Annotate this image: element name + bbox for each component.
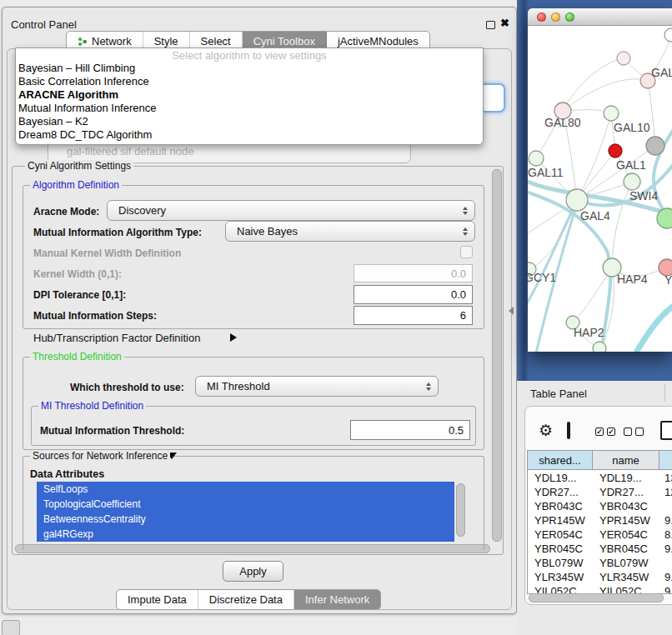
checked-pair-icon[interactable]: ✓ ✓ <box>595 428 615 436</box>
table-row[interactable]: YLR345WYLR345W9. <box>528 570 672 584</box>
algorithm-option[interactable]: Basic Correlation Inference <box>16 75 483 88</box>
table-horizontal-scrollbar[interactable] <box>529 593 664 602</box>
node-label: GAL11 <box>528 166 564 179</box>
node-label: GAL <box>651 66 672 79</box>
apply-button-label: Apply <box>239 565 267 578</box>
tab-impute-data-label: Impute Data <box>128 590 187 609</box>
column-header-partial[interactable] <box>659 451 672 469</box>
algorithm-option[interactable]: Dream8 DC_TDC Algorithm <box>16 128 483 142</box>
node-label: SWI4 <box>629 189 658 202</box>
zoom-traffic-light[interactable] <box>565 12 574 22</box>
tab-infer-network[interactable]: Infer Network <box>294 590 380 609</box>
algorithm-option[interactable]: Bayesian – Hill Climbing <box>16 62 483 75</box>
data-attributes-list: SelfLoops TopologicalCoefficient Between… <box>37 482 454 543</box>
document-icon[interactable] <box>660 421 672 440</box>
tab-discretize-data-label: Discretize Data <box>209 590 283 609</box>
mi-threshold-field[interactable]: 0.5 <box>350 420 470 440</box>
mi-steps-field[interactable]: 6 <box>354 306 473 325</box>
minimize-traffic-light[interactable] <box>551 12 560 22</box>
attribute-item[interactable]: BetweennessCentrality <box>37 512 454 527</box>
node-label: GCY1 <box>528 271 556 284</box>
aracne-mode-label: Aracne Mode: <box>33 206 99 218</box>
mi-algorithm-type-value: Naive Bayes <box>237 225 298 238</box>
attribute-item[interactable]: SelfLoops <box>37 482 454 497</box>
stepper-icon <box>463 207 468 215</box>
node-label: GAL4 <box>580 209 610 222</box>
node-label: HAP4 <box>617 272 648 286</box>
table-row[interactable]: YBL079WYBL079W <box>528 556 672 570</box>
manual-kernel-width-checkbox[interactable] <box>460 246 473 258</box>
algorithm-option[interactable]: Bayesian – K2 <box>16 115 483 128</box>
gear-icon[interactable]: ⚙ <box>539 422 553 438</box>
close-traffic-light[interactable] <box>537 12 546 22</box>
node-table: shared... name YDL19...YDL19...13 YDR27.… <box>527 450 672 594</box>
settings-vertical-scrollbar[interactable] <box>492 169 502 542</box>
algorithm-placeholder: Select algorithm to view settings <box>16 49 483 62</box>
network-node-gal1[interactable] <box>624 173 640 190</box>
unchecked-pair-icon[interactable] <box>624 428 644 436</box>
apply-button[interactable]: Apply <box>223 561 283 582</box>
mi-steps-value: 6 <box>460 309 466 322</box>
mi-threshold-label: Mutual Information Threshold: <box>40 425 184 437</box>
cyni-algorithm-settings-legend: Cyni Algorithm Settings <box>25 160 133 172</box>
table-row[interactable]: YBR043CYBR043C <box>528 499 672 513</box>
table-row[interactable]: YDL19...YDL19...13 <box>528 471 672 485</box>
network-node-red[interactable] <box>609 144 622 158</box>
algorithm-definition-legend: Algorithm Definition <box>30 179 122 191</box>
screen: Control Panel ✖ Network Style Select Cyn… <box>0 0 672 635</box>
aracne-mode-combobox[interactable]: Discovery <box>107 200 475 221</box>
network-node-gray[interactable] <box>646 137 664 155</box>
sources-legend: Sources for Network Inference <box>30 450 170 462</box>
network-canvas[interactable]: GAL80 GAL10 GAL11 GAL1 SWI4 GAL4 GCY1 HA… <box>528 26 672 352</box>
tab-infer-network-label: Infer Network <box>305 590 369 609</box>
check-icon: ✓ <box>607 428 615 436</box>
table-panel-title: Table Panel <box>530 388 587 400</box>
network-window: GAL80 GAL10 GAL11 GAL1 SWI4 GAL4 GCY1 HA… <box>528 8 672 352</box>
dpi-tolerance-label: DPI Tolerance [0,1]: <box>33 289 126 301</box>
expand-arrow-icon[interactable] <box>230 333 237 342</box>
tab-discretize-data[interactable]: Discretize Data <box>198 590 294 609</box>
which-threshold-label: Which threshold to use: <box>70 382 184 393</box>
columns-icon[interactable] <box>567 422 570 439</box>
algorithm-option-aracne[interactable]: ARACNE Algorithm <box>16 88 483 102</box>
table-row[interactable]: YBR045CYBR045C9. <box>528 542 672 556</box>
manual-kernel-width-label: Manual Kernel Width Definition <box>33 248 181 259</box>
kernel-width-value: 0.0 <box>451 268 466 280</box>
dpi-tolerance-value: 0.0 <box>451 288 466 301</box>
network-node[interactable] <box>617 52 630 65</box>
network-node-gal10[interactable] <box>604 106 619 121</box>
panel-splitter-handle[interactable] <box>509 307 514 315</box>
mi-threshold-value: 0.5 <box>449 424 464 437</box>
network-window-titlebar[interactable] <box>528 8 672 26</box>
threshold-definition-legend: Threshold Definition <box>30 351 124 362</box>
kernel-width-label: Kernel Width (0,1): <box>33 268 122 280</box>
tab-impute-data[interactable]: Impute Data <box>117 590 198 609</box>
table-row[interactable]: YER054CYER054C8. <box>528 528 672 542</box>
which-threshold-value: MI Threshold <box>207 380 270 392</box>
attribute-item[interactable]: TopologicalCoefficient <box>37 497 454 512</box>
network-node-green[interactable] <box>657 208 672 228</box>
mi-algorithm-type-combobox[interactable]: Naive Bayes <box>225 221 475 242</box>
aracne-mode-value: Discovery <box>118 204 166 217</box>
column-header-shared[interactable]: shared... <box>528 451 593 469</box>
table-row[interactable]: YDR27...YDR27...12 <box>528 485 672 499</box>
kernel-width-field[interactable]: 0.0 <box>354 264 473 282</box>
attribute-item[interactable]: gal4RGexp <box>37 527 454 542</box>
empty-checkbox-icon <box>635 428 644 436</box>
column-header-name[interactable]: name <box>593 451 659 469</box>
check-icon: ✓ <box>595 428 604 436</box>
network-icon <box>78 37 88 47</box>
dpi-tolerance-field[interactable]: 0.0 <box>354 285 473 304</box>
network-node-gal4[interactable] <box>566 189 588 211</box>
table-row[interactable]: YPR145WYPR145W9. <box>528 513 672 528</box>
node-label: GAL1 <box>616 158 646 172</box>
network-node-gal11[interactable] <box>529 151 544 166</box>
attributes-scrollbar[interactable] <box>456 483 465 537</box>
float-window-icon[interactable] <box>486 21 495 29</box>
which-threshold-combobox[interactable]: MI Threshold <box>195 376 439 397</box>
network-node[interactable] <box>664 28 672 42</box>
corner-mini-button[interactable] <box>2 620 20 635</box>
algorithm-option[interactable]: Mutual Information Inference <box>16 102 483 115</box>
close-window-icon[interactable]: ✖ <box>500 17 509 29</box>
network-node[interactable] <box>593 342 606 352</box>
